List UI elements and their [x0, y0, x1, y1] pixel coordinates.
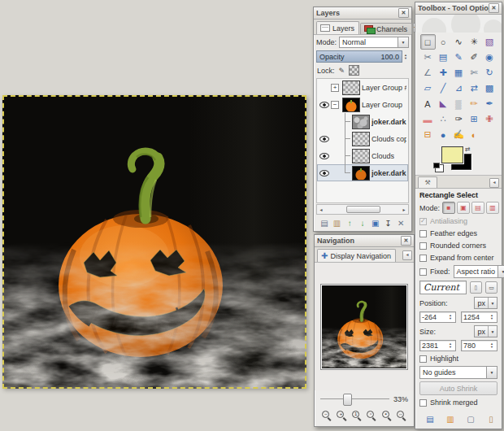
- scroll-right-icon[interactable]: ▸: [400, 207, 408, 212]
- spinner-icon[interactable]: ▲▼: [489, 342, 495, 349]
- perspective-clone-tool[interactable]: ⊟: [420, 127, 436, 142]
- group-expander[interactable]: [331, 135, 339, 143]
- delete-tool-preset-button[interactable]: ▢: [466, 413, 476, 425]
- visibility-toggle[interactable]: [319, 153, 329, 159]
- save-tool-preset-button[interactable]: ▤: [425, 413, 435, 425]
- replace-selection-mode-button[interactable]: ■: [442, 202, 455, 214]
- position-y-field[interactable]: 1254 ▲▼: [461, 311, 497, 323]
- size-width-field[interactable]: 2381 ▲▼: [419, 340, 456, 351]
- image-canvas[interactable]: [2, 95, 306, 389]
- spinner-icon[interactable]: ▲▼: [489, 314, 495, 320]
- fixed-checkbox[interactable]: [419, 268, 427, 276]
- feather-edges-checkbox[interactable]: [419, 230, 427, 237]
- visibility-toggle[interactable]: [319, 170, 329, 176]
- subtract-selection-mode-button[interactable]: ▤: [471, 202, 484, 214]
- spin-down-icon[interactable]: ▼: [404, 57, 407, 60]
- toolbox-titlebar[interactable]: Toolbox - Tool Options ✕: [415, 2, 502, 15]
- opacity-slider[interactable]: Opacity 100.0: [316, 50, 402, 63]
- zoom-slider[interactable]: [320, 398, 389, 399]
- zoom-slider-handle[interactable]: [343, 394, 352, 406]
- tab-channels[interactable]: Channels: [360, 23, 412, 34]
- close-icon[interactable]: ✕: [401, 236, 411, 246]
- layer-thumbnail[interactable]: [352, 132, 370, 146]
- layer-row[interactable]: + Layer Group #1: [317, 79, 408, 96]
- group-expander[interactable]: [331, 152, 339, 160]
- foreground-color-swatch[interactable]: [441, 146, 463, 163]
- zoom-1-1-button[interactable]: 1: [350, 409, 364, 423]
- zoom-tool[interactable]: ◉: [482, 50, 497, 65]
- color-picker-tool[interactable]: ✐: [467, 50, 482, 65]
- highlight-checkbox[interactable]: [419, 355, 427, 363]
- lower-layer-button[interactable]: ↓: [356, 216, 369, 229]
- zoom-in-button[interactable]: +: [334, 409, 349, 423]
- zoom-fill-window-button[interactable]: ▪: [380, 409, 394, 423]
- flip-tool[interactable]: ⇄: [467, 81, 482, 96]
- raise-layer-button[interactable]: ↑: [343, 216, 356, 229]
- layers-titlebar[interactable]: Layers ✕: [314, 7, 411, 20]
- navigation-thumbnail[interactable]: [321, 285, 407, 369]
- chevron-down-icon[interactable]: ▼: [488, 326, 497, 337]
- lock-alpha-icon[interactable]: [349, 65, 359, 76]
- aspect-ratio-input[interactable]: Current: [419, 281, 467, 294]
- spinner-icon[interactable]: ▲▼: [447, 314, 454, 320]
- tab-menu-button[interactable]: ◂: [489, 178, 499, 188]
- gradient-tool[interactable]: ▒: [451, 96, 467, 111]
- shear-tool[interactable]: ╱: [436, 81, 451, 96]
- swap-colors-icon[interactable]: ⇄: [465, 146, 471, 153]
- scale-tool[interactable]: ▱: [420, 81, 436, 96]
- tab-menu-button[interactable]: ◂: [402, 250, 412, 260]
- heal-tool[interactable]: ✙: [482, 111, 497, 127]
- eraser-tool[interactable]: ▬: [420, 111, 436, 127]
- scrollbar-thumb[interactable]: [346, 206, 380, 213]
- move-tool[interactable]: ✚: [436, 65, 451, 81]
- expand-from-center-checkbox[interactable]: [419, 255, 427, 262]
- lock-pixels-icon[interactable]: ✎: [339, 67, 345, 75]
- scissors-select-tool[interactable]: ✂: [420, 50, 436, 65]
- close-icon[interactable]: ✕: [489, 3, 499, 13]
- align-tool[interactable]: ▦: [451, 65, 467, 81]
- new-layer-button[interactable]: ▤: [318, 216, 331, 229]
- size-unit-combobox[interactable]: px ▼: [474, 325, 497, 337]
- pencil-tool[interactable]: ✏: [467, 96, 482, 111]
- group-expander[interactable]: −: [331, 101, 339, 109]
- delete-layer-button[interactable]: ✕: [394, 216, 407, 229]
- layer-thumbnail[interactable]: [342, 98, 360, 112]
- layer-row[interactable]: joker.dark.jp: [317, 164, 408, 181]
- landscape-button[interactable]: ▭: [485, 281, 497, 294]
- paths-tool[interactable]: ✎: [451, 50, 467, 65]
- add-selection-mode-button[interactable]: ▣: [457, 202, 470, 214]
- anchor-layer-button[interactable]: ↧: [382, 216, 395, 229]
- portrait-button[interactable]: ▯: [470, 281, 482, 294]
- chevron-down-icon[interactable]: ▼: [398, 37, 408, 47]
- group-expander[interactable]: [331, 169, 339, 177]
- layer-thumbnail[interactable]: [342, 81, 360, 95]
- rotate-tool[interactable]: ↻: [482, 65, 497, 81]
- rounded-corners-checkbox[interactable]: [419, 242, 427, 250]
- position-unit-combobox[interactable]: px ▼: [474, 297, 497, 309]
- visibility-toggle[interactable]: [319, 119, 329, 125]
- layer-row[interactable]: joker.dark.jp: [317, 113, 408, 130]
- shrink-wrap-button[interactable]: ↔: [394, 409, 409, 423]
- zoom-out-button[interactable]: −: [319, 409, 334, 423]
- select-by-color-tool[interactable]: ▧: [482, 34, 497, 50]
- ink-tool[interactable]: ✑: [451, 111, 467, 127]
- perspective-tool[interactable]: ⊿: [451, 81, 467, 96]
- tab-display-navigation[interactable]: ✚ Display Navigation: [317, 249, 396, 262]
- rectangle-select-tool[interactable]: □: [420, 34, 436, 50]
- layer-row[interactable]: Clouds copy: [317, 130, 408, 147]
- restore-tool-preset-button[interactable]: ▥: [445, 413, 455, 425]
- layer-list-scrollbar[interactable]: ◂ ▸: [316, 204, 409, 215]
- fuzzy-select-tool[interactable]: ✳: [467, 34, 482, 50]
- chevron-down-icon[interactable]: ▼: [497, 266, 504, 277]
- text-tool[interactable]: A: [420, 96, 436, 111]
- layer-thumbnail[interactable]: [352, 115, 370, 129]
- visibility-toggle[interactable]: [319, 102, 329, 108]
- free-select-tool[interactable]: ∿: [451, 34, 467, 50]
- intersect-selection-mode-button[interactable]: ▥: [486, 202, 499, 214]
- size-height-field[interactable]: 780 ▲▼: [461, 340, 497, 351]
- airbrush-tool[interactable]: ∴: [436, 111, 451, 127]
- layer-row[interactable]: Clouds: [317, 147, 408, 164]
- scroll-left-icon[interactable]: ◂: [317, 207, 325, 212]
- spinner-icon[interactable]: ▲▼: [447, 342, 454, 349]
- opacity-spinner[interactable]: ▲ ▼: [402, 54, 409, 60]
